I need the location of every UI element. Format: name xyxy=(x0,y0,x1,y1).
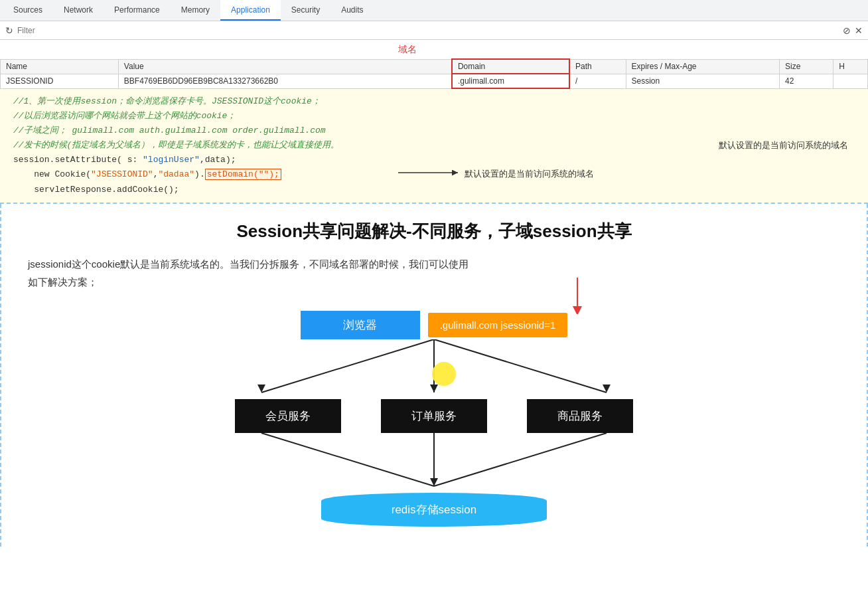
svg-marker-6 xyxy=(430,385,438,392)
lines-bottom xyxy=(175,433,693,493)
cell-h xyxy=(833,74,868,88)
code-line-6: new Cookie("JSESSIONID","dadaa").setDoma… xyxy=(13,167,855,182)
svg-line-9 xyxy=(261,433,434,486)
devtools-tab-bar: Sources Network Performance Memory Appli… xyxy=(0,0,868,21)
refresh-icon[interactable]: ↻ xyxy=(5,25,13,36)
cell-size: 42 xyxy=(780,74,833,88)
filter-input[interactable] xyxy=(17,26,839,35)
cell-name: JSESSIONID xyxy=(1,74,119,88)
cell-expires: Session xyxy=(626,74,780,88)
browser-row: 浏览器 .gulimall.com jsessionid=1 xyxy=(301,311,568,339)
col-size: Size xyxy=(780,59,833,74)
slide-description: jsessionid这个cookie默认是当前系统域名的。当我们分拆服务，不同域… xyxy=(28,255,840,291)
annotation-arrow xyxy=(398,166,465,179)
col-path: Path xyxy=(569,59,626,74)
arrow-lines-top xyxy=(175,339,693,399)
code-line-5: session.setAttribute( s: "loginUser",dat… xyxy=(13,153,855,167)
domain-annotation: 域名 xyxy=(398,44,417,56)
arrow-lines-bottom xyxy=(175,433,693,493)
service-huiyuan: 会员服务 xyxy=(235,399,341,433)
svg-point-8 xyxy=(432,362,456,386)
cell-domain: .gulimall.com xyxy=(452,74,569,88)
lines-top xyxy=(175,339,693,399)
cookie-badge: .gulimall.com jsessionid=1 xyxy=(428,313,568,337)
code-annotation: 默认设置的是当前访问系统的域名 xyxy=(465,167,594,182)
tab-memory[interactable]: Memory xyxy=(171,0,220,21)
filter-clear-icon[interactable]: ⊘ xyxy=(843,25,851,36)
svg-line-4 xyxy=(434,339,607,392)
tab-sources[interactable]: Sources xyxy=(3,0,53,21)
tab-security[interactable]: Security xyxy=(281,0,330,21)
svg-line-11 xyxy=(434,433,607,486)
tab-application[interactable]: Application xyxy=(220,0,281,21)
code-line-1: //1、第一次使用session；命令浏览器保存卡号。JSESSIONID这个c… xyxy=(13,94,855,109)
service-shangpin: 商品服务 xyxy=(527,399,633,433)
tab-audits[interactable]: Audits xyxy=(330,0,374,21)
tab-performance[interactable]: Performance xyxy=(104,0,171,21)
filter-bar: ↻ ⊘ ✕ xyxy=(0,21,868,40)
code-area: //1、第一次使用session；命令浏览器保存卡号。JSESSIONID这个c… xyxy=(0,89,868,204)
col-domain: Domain xyxy=(452,59,569,74)
slide-title: Session共享问题解决-不同服务，子域session共享 xyxy=(28,220,840,243)
annotation-text: 默认设置的是当前访问系统的域名 xyxy=(719,139,848,153)
col-name: Name xyxy=(1,59,119,74)
code-line-7: servletResponse.addCookie(); xyxy=(13,183,855,197)
code-line-2: //以后浏览器访问哪个网站就会带上这个网站的cookie； xyxy=(13,109,855,124)
service-dingdan: 订单服务 xyxy=(381,399,487,433)
cell-path: / xyxy=(569,74,626,88)
browser-box: 浏览器 xyxy=(301,311,420,339)
cookie-table: Name Value Domain Path Expires / Max-Age… xyxy=(0,58,868,89)
tab-network[interactable]: Network xyxy=(53,0,104,21)
col-h: H xyxy=(833,59,868,74)
services-row: 会员服务 订单服务 商品服务 xyxy=(235,399,633,433)
diagram: 浏览器 .gulimall.com jsessionid=1 xyxy=(28,311,840,533)
redis-box: redis存储session xyxy=(321,493,547,527)
slide-content: Session共享问题解决-不同服务，子域session共享 jsessioni… xyxy=(0,204,868,547)
filter-close-icon[interactable]: ✕ xyxy=(855,25,863,36)
col-expires: Expires / Max-Age xyxy=(626,59,780,74)
cell-value: BBF4769EB6DD96EB9BC8A133273662B0 xyxy=(118,74,452,88)
col-value: Value xyxy=(118,59,452,74)
code-line-3: //子域之间； gulimall.com auth.gulimall.com o… xyxy=(13,124,855,138)
red-arrow-svg xyxy=(567,278,587,314)
cookie-table-wrapper: 域名 Name Value Domain Path Expires / Max-… xyxy=(0,40,868,89)
cookie-row[interactable]: JSESSIONID BBF4769EB6DD96EB9BC8A13327366… xyxy=(1,74,868,88)
svg-line-2 xyxy=(261,339,434,392)
